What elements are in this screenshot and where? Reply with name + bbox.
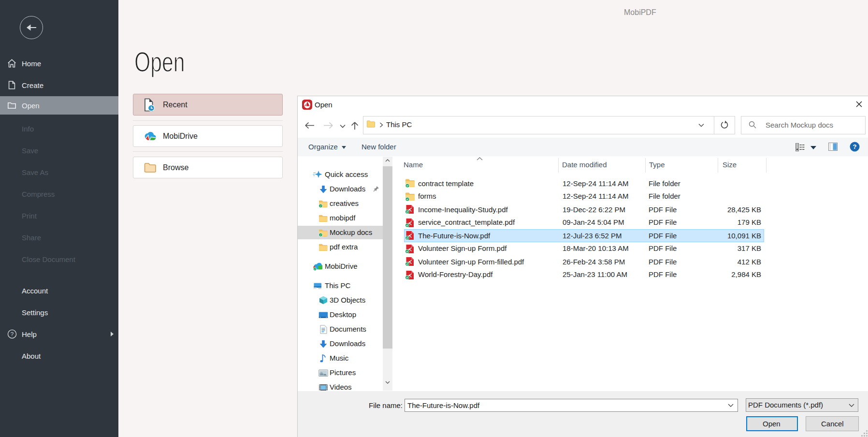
svg-text:?: ?	[853, 143, 857, 150]
svg-text:?: ?	[11, 331, 14, 337]
